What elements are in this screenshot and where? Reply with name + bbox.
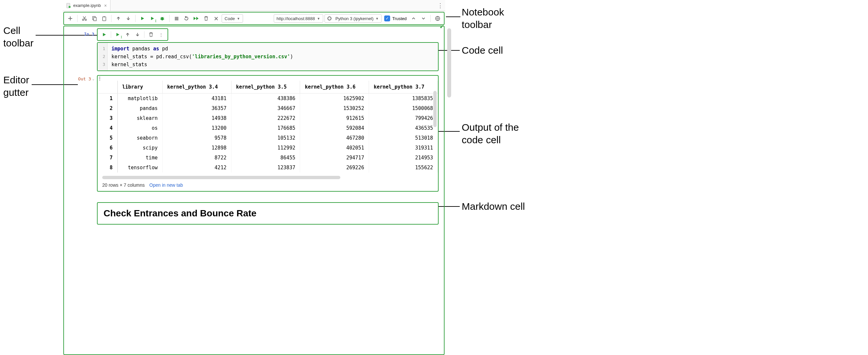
table-cell: 8722 [162,153,231,163]
move-up-button[interactable] [114,14,123,23]
table-cell: 43181 [162,94,231,104]
scrollbar[interactable] [447,28,451,98]
table-cell: 5 [98,133,117,143]
out-prompt: Out 3 ⌄ [78,76,94,81]
scrollbar[interactable] [433,91,437,127]
table-header: kernel_python 3.5 [231,81,300,94]
more-actions-icon[interactable]: ⋮ [156,30,165,39]
open-in-new-tab-link[interactable]: Open in new tab [149,182,183,188]
annotation-markdown-cell: Markdown cell [462,200,525,213]
chevron-down-icon[interactable]: ⌄ [92,77,94,81]
cell-type-select[interactable]: Code ▼ [222,14,243,23]
table-header: library [117,81,162,94]
table-cell: time [117,153,162,163]
delete-cell-button[interactable] [202,14,210,23]
table-cell: 467280 [300,133,369,143]
table-cell: matplotlib [117,94,162,104]
table-cell: 155622 [369,163,438,173]
scroll-up-button[interactable] [409,14,418,23]
run-all-button[interactable] [192,14,200,23]
code-content[interactable]: import pandas as pd kernel_stats = pd.re… [98,43,438,70]
table-cell: 7 [98,153,117,163]
cut-button[interactable] [80,14,89,23]
table-cell: 105132 [231,133,300,143]
table-row: 3sklearn14938222672912615799426 [98,113,438,123]
ide-window: example.ipynb × ⋮ I Code ▼ http://localh… [63,0,445,355]
copy-button[interactable] [90,14,99,23]
table-cell: 8 [98,163,117,173]
kernel-label: Python 3 (ipykernel) [335,16,374,21]
svg-rect-7 [103,16,105,17]
open-in-browser-button[interactable] [433,14,442,23]
table-header: kernel_python 3.6 [300,81,369,94]
trusted-toggle[interactable]: ✓ Trusted [383,15,408,22]
table-more-icon[interactable]: ⋮ [98,76,102,81]
table-cell: 513018 [369,133,438,143]
editor-gutter: Out 3 ⌄ [64,73,97,192]
tab-overflow-icon[interactable]: ⋮ [437,0,443,11]
clear-outputs-button[interactable] [212,14,220,23]
table-cell: 294717 [300,153,369,163]
output-cell: ⋮ librarykernel_python 3.4kernel_python … [97,75,439,192]
table-summary: 20 rows × 7 columns [102,182,145,188]
separator [144,31,145,38]
table-cell: 1 [98,94,117,104]
move-cell-up-button[interactable] [123,30,132,39]
svg-rect-6 [102,17,106,21]
run-cell-button[interactable] [100,30,109,39]
restart-kernel-button[interactable] [182,14,191,23]
editor-gutter [64,193,97,224]
svg-point-1 [69,6,70,8]
table-cell: 592084 [300,123,369,133]
separator [135,15,135,22]
table-row: 8tensorflow4212123837269226155622 [98,163,438,173]
annotation-cell-toolbar: Cell toolbar [3,24,34,49]
notebook-toolbar: I Code ▼ http://localhost:8888 ▼ Python … [63,12,444,25]
run-and-select-button[interactable]: I [148,14,157,23]
svg-rect-9 [175,17,178,21]
run-and-select-button[interactable]: I [113,30,122,39]
interrupt-button[interactable] [172,14,181,23]
run-cell-button[interactable] [138,14,147,23]
cell-type-label: Code [225,16,235,21]
table-cell: 36357 [162,103,231,113]
table-cell: 4 [98,123,117,133]
markdown-cell[interactable]: Check Entrances and Bounce Rate [97,202,439,224]
table-header: kernel_python 3.4 [162,81,231,94]
delete-cell-button[interactable] [147,30,156,39]
editor-area: In 3 ✔ I ⋮ 1 [63,26,444,355]
kernel-select[interactable]: Python 3 (ipykernel) ▼ [324,14,382,23]
dataframe-table: librarykernel_python 3.4kernel_python 3.… [98,81,438,173]
scroll-down-button[interactable] [419,14,428,23]
annotation-line [446,16,460,17]
paste-button[interactable] [100,14,108,23]
debug-cell-button[interactable] [158,14,166,23]
table-cell: tensorflow [117,163,162,173]
code-cell[interactable]: 1 2 3 import pandas as pd kernel_stats =… [97,42,439,71]
line-number: 3 [98,61,107,69]
file-tab[interactable]: example.ipynb × [63,0,111,11]
move-cell-down-button[interactable] [133,30,142,39]
annotation-notebook-toolbar: Notebook toolbar [462,6,504,31]
table-row: 5seaborn9578105132467280513018 [98,133,438,143]
table-row: 7time872286455294717214953 [98,153,438,163]
table-cell: 346667 [231,103,300,113]
chevron-down-icon: ▼ [237,17,240,21]
line-number: 2 [98,53,107,61]
close-icon[interactable]: × [104,3,107,8]
horizontal-scrollbar[interactable] [102,176,340,179]
server-select[interactable]: http://localhost:8888 ▼ [274,14,323,23]
table-header [98,81,117,94]
move-down-button[interactable] [124,14,132,23]
table-cell: 269226 [300,163,369,173]
add-cell-button[interactable] [66,14,74,23]
table-cell: 123837 [231,163,300,173]
cell-toolbar: I ⋮ [97,28,168,41]
line-number: 1 [98,45,107,53]
table-cell: 436535 [369,123,438,133]
table-cell: 912615 [300,113,369,123]
table-cell: 3 [98,113,117,123]
tab-bar: example.ipynb × ⋮ [63,0,445,11]
table-cell: 1625902 [300,94,369,104]
table-header: kernel_python 3.7 [369,81,438,94]
